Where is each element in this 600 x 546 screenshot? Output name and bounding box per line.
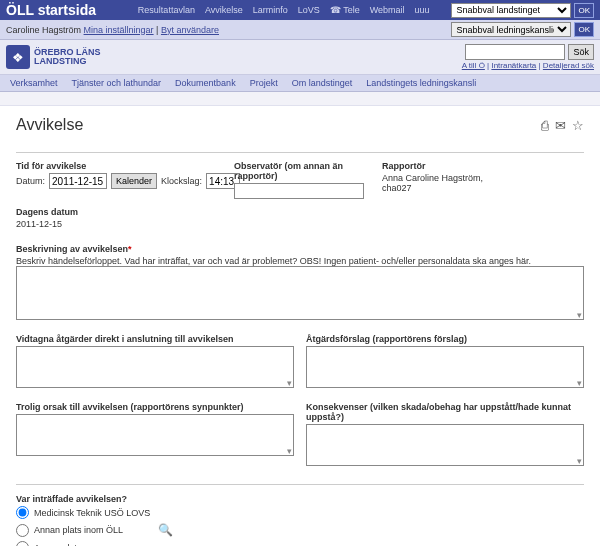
phone-icon: ☎ [330, 5, 341, 15]
page-title: Avvikelse [16, 116, 83, 134]
quickselect-landstinget[interactable]: Snabbval landstinget [451, 3, 571, 18]
search-button[interactable]: Sök [568, 44, 594, 60]
mail-icon[interactable]: ✉ [555, 118, 566, 133]
label-tid: Tid för avvikelse [16, 161, 226, 171]
label-var-intraffade: Var inträffade avvikelsen? [16, 494, 127, 504]
nav-uuu[interactable]: uuu [415, 5, 430, 15]
value-rapportor: Anna Caroline Hagström, cha027 [382, 173, 512, 193]
nav-lovs[interactable]: LoVS [298, 5, 320, 15]
link-a-till-o[interactable]: A till Ö [462, 61, 485, 70]
nav-resultattavlan[interactable]: Resultattavlan [138, 5, 195, 15]
magnify-icon[interactable]: 🔍 [158, 523, 173, 537]
label-rapportor: Rapportör [382, 161, 512, 171]
radio-label-annan: Annan plats [34, 543, 82, 547]
star-icon[interactable]: ☆ [572, 118, 584, 133]
value-dagens-datum: 2011-12-15 [16, 219, 86, 229]
nav-avvikelse[interactable]: Avvikelse [205, 5, 243, 15]
textarea-vidtagna[interactable] [16, 346, 294, 388]
label-konsekvenser: Konsekvenser (vilken skada/obehag har up… [306, 402, 584, 422]
label-trolig-orsak: Trolig orsak till avvikelsen (rapportöre… [16, 402, 294, 412]
topbar-links: Resultattavlan Avvikelse Larminfo LoVS ☎… [116, 5, 451, 15]
link-intranatkarta[interactable]: Intranätkarta [491, 61, 536, 70]
user-name: Caroline Hagström [6, 25, 81, 35]
nav-webmail[interactable]: Webmail [370, 5, 405, 15]
textarea-trolig-orsak[interactable] [16, 414, 294, 456]
nav-projekt[interactable]: Projekt [250, 78, 278, 88]
search-links: A till Ö | Intranätkarta | Detaljerad sö… [462, 61, 594, 70]
nav-ledningskansli[interactable]: Landstingets ledningskansli [366, 78, 476, 88]
textarea-atgardsforslag[interactable] [306, 346, 584, 388]
kalender-button[interactable]: Kalender [111, 173, 157, 189]
nav-tele[interactable]: ☎ Tele [330, 5, 360, 15]
label-klockslag: Klockslag: [161, 176, 202, 186]
label-beskrivning: Beskrivning av avvikelsen* [16, 244, 132, 254]
radio-label-medicinsk: Medicinsk Teknik USÖ LOVS [34, 508, 150, 518]
input-observator[interactable] [234, 183, 364, 199]
radio-label-annan-oll: Annan plats inom ÖLL [34, 525, 123, 535]
link-byt-anvandare[interactable]: Byt användare [161, 25, 219, 35]
textarea-konsekvenser[interactable] [306, 424, 584, 466]
label-dagens-datum: Dagens datum [16, 207, 86, 217]
nav-larminfo[interactable]: Larminfo [253, 5, 288, 15]
textarea-beskrivning[interactable] [16, 266, 584, 320]
desc-beskrivning: Beskriv händelseförloppet. Vad har inträ… [16, 256, 584, 266]
label-observator: Observatör (om annan än rapportör) [234, 161, 374, 181]
nav-tjanster[interactable]: Tjänster och lathundar [72, 78, 162, 88]
radio-medicinsk-teknik[interactable] [16, 506, 29, 519]
nav-om-landstinget[interactable]: Om landstinget [292, 78, 353, 88]
ok-button-user[interactable]: OK [574, 22, 594, 37]
user-info: Caroline Hagström Mina inställningar | B… [6, 25, 219, 35]
link-detaljerad-sok[interactable]: Detaljerad sök [543, 61, 594, 70]
logo-text: ÖREBRO LÄNS LANDSTING [34, 48, 101, 66]
radio-annan-plats[interactable] [16, 541, 29, 546]
link-mina-installningar[interactable]: Mina inställningar [84, 25, 154, 35]
input-datum[interactable] [49, 173, 107, 189]
main-nav: Verksamhet Tjänster och lathundar Dokume… [0, 75, 600, 92]
ok-button-top[interactable]: OK [574, 3, 594, 18]
label-vidtagna: Vidtagna åtgärder direkt i anslutning ti… [16, 334, 294, 344]
label-datum: Datum: [16, 176, 45, 186]
print-icon[interactable]: ⎙ [541, 118, 549, 133]
nav-dokumentbank[interactable]: Dokumentbank [175, 78, 236, 88]
nav-verksamhet[interactable]: Verksamhet [10, 78, 58, 88]
label-atgardsforslag: Åtgärdsförslag (rapportörens förslag) [306, 334, 584, 344]
logo-icon: ❖ [6, 45, 30, 69]
quickselect-ledningskansliet[interactable]: Snabbval ledningskansliet [451, 22, 571, 37]
site-title[interactable]: ÖLL startsida [6, 2, 96, 18]
site-logo[interactable]: ❖ ÖREBRO LÄNS LANDSTING [6, 45, 101, 69]
radio-annan-plats-oll[interactable] [16, 524, 29, 537]
search-input[interactable] [465, 44, 565, 60]
